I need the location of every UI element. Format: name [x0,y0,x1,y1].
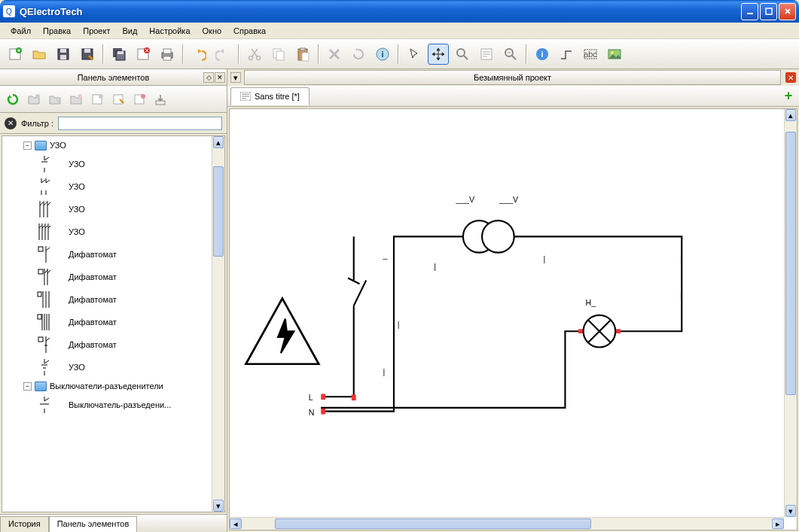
tree-item[interactable]: Дифавтомат [2,243,224,266]
svg-text:|: | [383,367,385,376]
tree-item[interactable]: УЗО [2,153,224,175]
menu-file[interactable]: Файл [5,25,37,37]
project-close-button[interactable]: ✕ [785,72,796,83]
paste-button[interactable] [292,44,313,65]
close-button[interactable] [779,3,796,20]
redo-button[interactable] [212,44,233,65]
save-as-button[interactable] [77,44,98,65]
tree-item[interactable]: Выключатель-разъедени... [2,394,224,416]
panel-close-button[interactable]: ✕ [215,72,225,83]
svg-text:abc: abc [584,50,597,59]
undo-button[interactable] [188,44,209,65]
tab-history[interactable]: История [0,516,49,532]
svg-point-34 [611,51,614,54]
svg-rect-39 [114,95,123,104]
props-tool[interactable] [476,44,497,65]
open-button[interactable] [29,44,50,65]
clear-filter-icon[interactable]: ✕ [5,117,17,129]
svg-rect-15 [163,49,171,53]
menu-project[interactable]: Проект [77,25,116,37]
tree-item[interactable]: УЗО [2,175,224,198]
scroll-down-icon[interactable]: ▾ [213,500,224,512]
scroll-down-icon[interactable]: ▾ [785,505,796,517]
maximize-button[interactable] [760,3,777,20]
svg-point-36 [78,94,82,99]
close-project-button[interactable] [133,44,154,65]
menu-help[interactable]: Справка [227,25,272,37]
import-element-button[interactable] [151,90,170,109]
edit-category-button[interactable] [45,90,65,109]
tree-scrollbar[interactable]: ▴ ▾ [212,136,224,512]
wire-tool[interactable] [556,44,577,65]
svg-point-57 [482,220,514,253]
about-button[interactable]: i [532,44,553,65]
menu-edit[interactable]: Правка [37,25,77,37]
move-tool[interactable] [428,44,449,65]
reload-button[interactable] [3,90,23,109]
pointer-tool[interactable] [404,44,425,65]
scroll-thumb[interactable] [213,166,224,257]
minimize-button[interactable] [741,3,758,20]
tree-group[interactable]: −УЗО [2,138,224,153]
schematic-canvas[interactable]: L N ___V ___V H_ _ | | | | | | [230,109,784,517]
save-all-button[interactable] [108,44,130,65]
save-button[interactable] [53,44,74,65]
add-sheet-button[interactable]: + [781,89,796,104]
svg-text:N: N [309,408,315,417]
text-frame-tool[interactable]: abc [580,44,601,65]
project-tab[interactable]: Безымянный проект [244,70,781,85]
window-title: QElectroTech [20,6,740,17]
copy-button[interactable] [268,44,289,65]
print-button[interactable] [157,44,178,65]
image-tool[interactable] [604,44,625,65]
canvas-v-scrollbar[interactable]: ▴ ▾ [784,109,797,517]
scroll-up-icon[interactable]: ▴ [213,136,224,148]
cut-button[interactable] [244,44,265,65]
sheet-icon [240,92,251,101]
canvas-area: ▾ Безымянный проект ✕ Sans titre [*] + [227,69,799,532]
scroll-thumb-v[interactable] [785,132,796,395]
tree-item[interactable]: Дифавтомат [2,311,224,333]
delete-element-button[interactable] [130,90,149,109]
filter-input[interactable] [58,117,222,130]
svg-rect-42 [156,101,165,105]
tree-item[interactable]: УЗО [2,356,224,378]
scroll-right-icon[interactable]: ▸ [772,518,784,529]
delete-button[interactable] [324,44,345,65]
svg-rect-55 [352,394,356,400]
menu-view[interactable]: Вид [116,25,143,37]
canvas-h-scrollbar[interactable]: ◂ ▸ [230,517,784,530]
rotate-button[interactable] [348,44,369,65]
svg-point-17 [249,56,253,59]
tree-item[interactable]: УЗО [2,220,224,243]
svg-text:i: i [541,50,543,59]
sheet-tab[interactable]: Sans titre [*] [230,87,310,105]
tree-item[interactable]: Дифавтомат [2,333,224,356]
scroll-left-icon[interactable]: ◂ [230,518,242,529]
new-element-button[interactable] [87,90,107,109]
tab-elements[interactable]: Панель элементов [49,516,138,532]
zoom-fit-tool[interactable] [500,44,521,65]
new-project-button[interactable] [5,44,26,65]
svg-rect-11 [117,51,124,54]
menu-window[interactable]: Окно [197,25,228,37]
menu-settings[interactable]: Настройка [143,25,196,37]
tree-item[interactable]: Дифавтомат [2,266,224,288]
tree-group[interactable]: −Выключатели-разъеденители [2,378,224,394]
elements-tree[interactable]: −УЗОУЗОУЗОУЗОУЗОДифавтоматДифавтоматДифа… [2,135,225,512]
svg-rect-16 [163,56,171,60]
scroll-up-icon[interactable]: ▴ [785,109,796,121]
project-minimize-icon[interactable]: ▾ [230,72,241,83]
zoom-tool[interactable] [452,44,473,65]
delete-category-button[interactable] [66,90,86,109]
scroll-thumb-h[interactable] [275,518,591,529]
tree-item[interactable]: Дифавтомат [2,288,224,311]
tree-item[interactable]: УЗО [2,198,224,220]
edit-element-button[interactable] [108,90,128,109]
panel-float-button[interactable]: ◇ [203,72,214,83]
info-button[interactable]: i [372,44,393,65]
new-category-button[interactable] [24,90,44,109]
svg-rect-22 [300,48,305,50]
svg-rect-50 [321,409,325,415]
svg-point-18 [257,56,261,59]
